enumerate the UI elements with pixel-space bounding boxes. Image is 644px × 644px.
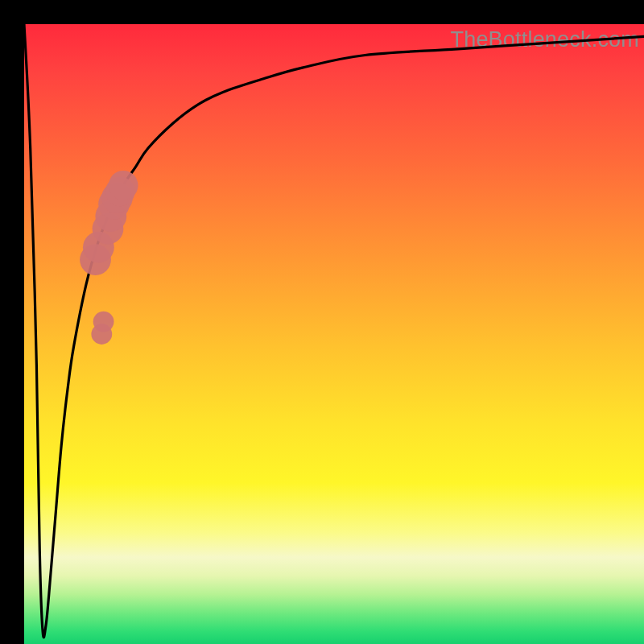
marker-dot [93, 312, 114, 332]
chart-frame: TheBottleneck.com [0, 0, 644, 644]
marker-group [80, 171, 138, 345]
curve-svg [24, 24, 644, 644]
bottleneck-curve [24, 24, 644, 638]
marker-dot [109, 171, 138, 200]
plot-area: TheBottleneck.com [24, 24, 644, 644]
